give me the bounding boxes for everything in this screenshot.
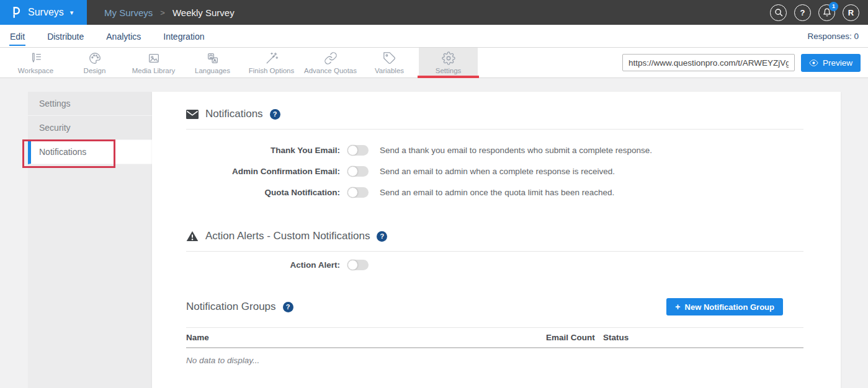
tab-distribute[interactable]: Distribute [47,26,84,46]
sidebar-item-notifications[interactable]: Notifications [28,140,152,164]
notification-groups-table: Name Email Count Status [186,327,803,348]
preview-button[interactable]: Preview [801,54,861,72]
search-button[interactable] [770,4,787,21]
toggle-knob [347,166,358,177]
toolbar-label: Media Library [132,67,176,74]
admin-confirmation-email-toggle[interactable] [347,166,369,177]
gear-icon [442,51,455,65]
tab-analytics[interactable]: Analytics [105,26,141,46]
questionpro-logo-icon [9,5,22,20]
column-header-name: Name [186,333,546,342]
settings-sidebar: Settings Security Notifications [28,92,152,388]
question-mark-icon: ? [800,8,805,17]
toolbar-item-variables[interactable]: Variables [360,48,419,77]
toolbar-label: Design [84,67,106,74]
divider [186,251,803,252]
section-title: Notification Groups [186,301,276,313]
toggle-label: Thank You Email: [186,146,340,155]
toolbar-label: Languages [195,67,230,74]
toggle-label: Quota Notification: [186,188,340,197]
image-icon [147,51,161,65]
breadcrumb-separator: > [160,8,165,17]
sidebar-item-settings[interactable]: Settings [28,92,152,116]
help-icon[interactable]: ? [283,302,293,312]
eye-icon [809,58,818,68]
settings-page: Settings Security Notifications Notifica… [0,78,868,388]
chevron-down-icon: ▾ [70,9,74,17]
top-bar: Surveys ▾ My Surveys > Weekly Survey ? 1… [0,0,868,25]
breadcrumb: My Surveys > Weekly Survey [104,7,235,18]
help-button[interactable]: ? [794,4,811,21]
translate-icon [206,51,220,65]
survey-nav: Edit Distribute Analytics Integration Re… [0,25,868,48]
toolbar-item-design[interactable]: Design [65,48,124,77]
sidebar-item-security[interactable]: Security [28,116,152,140]
account-avatar[interactable]: R [843,4,859,21]
survey-url-input[interactable] [622,54,795,71]
new-notification-group-button[interactable]: + New Notification Group [666,298,783,315]
toggle-label: Admin Confirmation Email: [186,167,340,176]
notifications-button[interactable]: 1 [818,4,835,21]
url-preview-group: Preview [622,48,861,77]
quota-notification-row: Quota Notification: Send an email to adm… [186,182,841,203]
tab-edit[interactable]: Edit [9,26,25,46]
toggle-knob [347,260,358,270]
tag-icon [383,51,396,65]
toolbar-item-settings[interactable]: Settings [419,48,478,77]
section-title: Notifications [205,108,263,120]
warning-triangle-icon [186,231,199,242]
toggle-knob [347,187,358,198]
toggle-description: Send a thank you email to respondents wh… [380,146,652,155]
admin-confirmation-email-row: Admin Confirmation Email: Send an email … [186,161,841,182]
action-alerts-section-heading: Action Alerts - Custom Notifications ? [186,227,841,245]
quota-notification-toggle[interactable] [347,187,369,198]
section-title: Action Alerts - Custom Notifications [205,230,370,242]
notification-toggles: Thank You Email: Send a thank you email … [152,139,841,203]
preview-button-label: Preview [823,58,852,68]
tab-integration[interactable]: Integration [163,26,205,46]
toggle-knob [347,145,358,156]
chain-icon [324,51,338,65]
toggle-description: Send an email to admin when a complete r… [380,167,615,176]
notifications-panel: Notifications ? Thank You Email: Send a … [152,92,841,388]
toolbar-label: Finish Options [249,67,295,74]
notification-badge: 1 [829,2,838,11]
toolbar-item-workspace[interactable]: Workspace [6,48,65,77]
product-menu[interactable]: Surveys ▾ [0,0,87,25]
toggle-label: Action Alert: [186,260,340,270]
product-label: Surveys [28,7,64,18]
workspace-icon [29,51,43,65]
envelope-icon [186,110,199,119]
action-alert-toggle[interactable] [347,260,369,270]
app-root: Surveys ▾ My Surveys > Weekly Survey ? 1… [0,0,868,388]
toolbar-item-media-library[interactable]: Media Library [124,48,183,77]
wand-icon [265,51,279,65]
thank-you-email-toggle[interactable] [347,145,369,156]
help-icon[interactable]: ? [377,231,387,242]
toolbar-item-finish-options[interactable]: Finish Options [242,48,301,77]
plus-icon: + [675,302,680,312]
column-header-status: Status [603,333,803,342]
divider [186,129,803,130]
new-group-button-label: New Notification Group [685,302,774,312]
empty-table-message: No data to display... [186,356,841,365]
toolbar-label: Advance Quotas [304,67,357,74]
notifications-section-heading: Notifications ? [186,105,841,123]
toolbar-label: Workspace [18,67,53,74]
edit-toolbar: Workspace Design Media Library Languages… [0,48,868,78]
column-header-email-count: Email Count [546,333,603,342]
breadcrumb-my-surveys[interactable]: My Surveys [104,7,153,18]
toolbar-label: Settings [436,67,462,74]
toolbar-item-languages[interactable]: Languages [183,48,242,77]
action-alert-row: Action Alert: [186,254,841,275]
search-icon [774,8,783,17]
topbar-actions: ? 1 R [770,4,859,21]
toggle-description: Send an email to admin once the quota li… [380,188,614,197]
responses-count[interactable]: Responses: 0 [807,32,859,41]
toolbar-label: Variables [375,67,404,74]
breadcrumb-current-survey: Weekly Survey [172,7,235,18]
toolbar-item-advance-quotas[interactable]: Advance Quotas [301,48,360,77]
action-alert-toggles: Action Alert: [152,254,841,275]
help-icon[interactable]: ? [270,109,280,120]
table-header-row: Name Email Count Status [186,327,803,348]
